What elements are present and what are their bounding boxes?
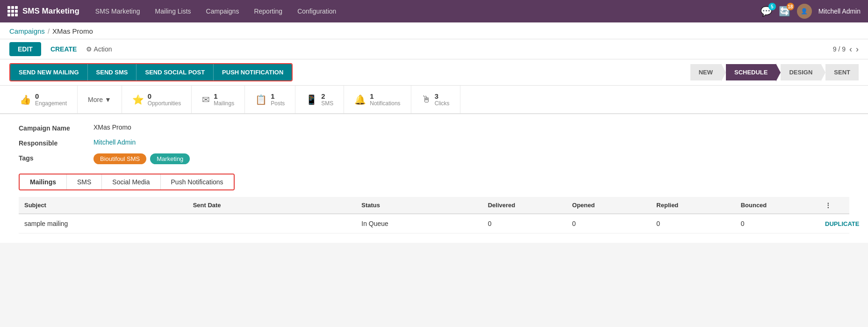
mailings-number: 1 bbox=[214, 92, 234, 100]
topnav-actions: 💬 5 🔄 18 👤 Mitchell Admin bbox=[760, 4, 861, 19]
opportunities-label: Opportunities bbox=[148, 100, 181, 107]
engagement-icon: 👍 bbox=[20, 94, 31, 105]
row-replied: 0 bbox=[656, 220, 740, 227]
tags-row: Tags Bioutifoul SMS Marketing bbox=[19, 153, 849, 164]
mailings-icon: ✉ bbox=[202, 94, 210, 105]
mailing-buttons-group: SEND NEW MAILING SEND SMS SEND SOCIAL PO… bbox=[9, 63, 293, 81]
create-button[interactable]: CREATE bbox=[47, 42, 81, 56]
tab-social-media[interactable]: Social Media bbox=[102, 174, 160, 189]
sms-icon: 📱 bbox=[306, 94, 317, 105]
menu-campaigns[interactable]: Campaigns bbox=[200, 5, 246, 18]
mailings-label: Mailings bbox=[214, 100, 234, 107]
app-logo[interactable]: SMS Marketing bbox=[7, 6, 79, 16]
breadcrumb-section: Campaigns / XMas Promo bbox=[0, 22, 868, 39]
more-label: More bbox=[88, 96, 103, 103]
stat-mailings[interactable]: ✉ 1 Mailings bbox=[192, 86, 245, 113]
top-menu: SMS Marketing Mailing Lists Campaigns Re… bbox=[89, 5, 760, 18]
stat-opportunities[interactable]: ⭐ 0 Opportunities bbox=[122, 86, 192, 113]
engagement-label: Engagement bbox=[35, 100, 67, 107]
engagement-number: 0 bbox=[35, 92, 67, 100]
send-new-mailing-button[interactable]: SEND NEW MAILING bbox=[10, 64, 88, 80]
stat-engagement[interactable]: 👍 0 Engagement bbox=[9, 86, 78, 113]
responsible-value[interactable]: Mitchell Admin bbox=[93, 138, 136, 146]
stage-schedule[interactable]: SCHEDULE bbox=[726, 64, 776, 80]
tabs-header: Mailings SMS Social Media Push Notificat… bbox=[19, 174, 235, 190]
row-subject[interactable]: sample mailing bbox=[24, 220, 193, 227]
col-actions-header: ⋮ bbox=[825, 202, 844, 209]
menu-configuration[interactable]: Configuration bbox=[291, 5, 343, 18]
col-subject: Subject bbox=[24, 202, 193, 209]
stage-new[interactable]: NEW bbox=[690, 64, 721, 80]
tab-mailings[interactable]: Mailings bbox=[20, 174, 67, 189]
stage-sent[interactable]: SENT bbox=[825, 64, 859, 80]
pagination-prev[interactable]: ‹ bbox=[849, 44, 852, 54]
col-replied: Replied bbox=[656, 202, 740, 209]
stat-more[interactable]: More ▼ bbox=[78, 86, 122, 113]
tabs-section: Mailings SMS Social Media Push Notificat… bbox=[19, 174, 849, 233]
col-opened: Opened bbox=[572, 202, 656, 209]
duplicate-button[interactable]: DUPLICATE bbox=[825, 220, 844, 227]
tab-push-notifications[interactable]: Push Notifications bbox=[161, 174, 234, 189]
messages-button[interactable]: 💬 5 bbox=[760, 6, 772, 17]
activity-badge: 18 bbox=[787, 3, 794, 10]
username[interactable]: Mitchell Admin bbox=[818, 7, 861, 15]
col-bounced: Bounced bbox=[741, 202, 825, 209]
send-sms-button[interactable]: SEND SMS bbox=[88, 64, 137, 80]
row-delivered: 0 bbox=[488, 220, 572, 227]
more-chevron-icon: ▼ bbox=[105, 96, 111, 103]
campaign-name-value: XMas Promo bbox=[93, 124, 131, 131]
responsible-label: Responsible bbox=[19, 138, 93, 147]
menu-mailing-lists[interactable]: Mailing Lists bbox=[149, 5, 198, 18]
opportunities-icon: ⭐ bbox=[132, 94, 144, 105]
notifications-number: 1 bbox=[370, 92, 400, 100]
activity-button[interactable]: 🔄 18 bbox=[779, 6, 790, 17]
stat-clicks[interactable]: 🖱 3 Clicks bbox=[411, 86, 460, 113]
top-navigation: SMS Marketing SMS Marketing Mailing List… bbox=[0, 0, 868, 22]
table-section: Subject Sent Date Status Delivered Opene… bbox=[19, 197, 849, 233]
tags-label: Tags bbox=[19, 153, 93, 162]
sms-number: 2 bbox=[321, 92, 333, 100]
message-badge: 5 bbox=[768, 3, 776, 10]
pagination-next[interactable]: › bbox=[856, 44, 859, 54]
stat-sms[interactable]: 📱 2 SMS bbox=[295, 86, 344, 113]
clicks-icon: 🖱 bbox=[422, 94, 431, 105]
tag-bioutifoul[interactable]: Bioutifoul SMS bbox=[93, 153, 146, 164]
push-notification-button[interactable]: PUSH NOTIFICATION bbox=[214, 64, 292, 80]
table-row: sample mailing In Queue 0 0 0 0 DUPLICAT… bbox=[19, 214, 849, 233]
stat-notifications[interactable]: 🔔 1 Notifications bbox=[344, 86, 411, 113]
pagination: 9 / 9 ‹ › bbox=[833, 44, 859, 54]
col-sent-date: Sent Date bbox=[193, 202, 362, 209]
action-menu[interactable]: ⚙ Action bbox=[86, 45, 112, 53]
avatar[interactable]: 👤 bbox=[797, 4, 812, 19]
table-header: Subject Sent Date Status Delivered Opene… bbox=[19, 197, 849, 214]
menu-sms-marketing[interactable]: SMS Marketing bbox=[89, 5, 147, 18]
breadcrumb: Campaigns / XMas Promo bbox=[9, 27, 859, 35]
send-social-post-button[interactable]: SEND SOCIAL POST bbox=[136, 64, 214, 80]
mailing-buttons-bar: SEND NEW MAILING SEND SMS SEND SOCIAL PO… bbox=[0, 59, 868, 86]
stat-posts[interactable]: 📋 1 Posts bbox=[245, 86, 295, 113]
stage-design[interactable]: DESIGN bbox=[781, 64, 821, 80]
edit-button[interactable]: EDIT bbox=[9, 42, 41, 56]
tab-sms[interactable]: SMS bbox=[67, 174, 102, 189]
breadcrumb-parent[interactable]: Campaigns bbox=[9, 27, 45, 35]
breadcrumb-separator: / bbox=[48, 27, 50, 35]
posts-number: 1 bbox=[271, 92, 285, 100]
row-status: In Queue bbox=[361, 220, 488, 227]
pagination-text: 9 / 9 bbox=[833, 45, 846, 53]
clicks-number: 3 bbox=[435, 92, 450, 100]
notifications-icon: 🔔 bbox=[354, 94, 366, 105]
col-status: Status bbox=[361, 202, 488, 209]
responsible-row: Responsible Mitchell Admin bbox=[19, 138, 849, 147]
row-bounced: 0 bbox=[741, 220, 825, 227]
breadcrumb-current: XMas Promo bbox=[52, 27, 93, 35]
row-opened: 0 bbox=[572, 220, 656, 227]
tags-list: Bioutifoul SMS Marketing bbox=[93, 153, 190, 164]
grid-icon bbox=[7, 6, 18, 16]
main-content: Campaign Name XMas Promo Responsible Mit… bbox=[0, 114, 868, 243]
stage-buttons: NEW SCHEDULE DESIGN SENT bbox=[690, 64, 859, 80]
campaign-name-label: Campaign Name bbox=[19, 124, 93, 132]
opportunities-number: 0 bbox=[148, 92, 181, 100]
tag-marketing[interactable]: Marketing bbox=[150, 153, 190, 164]
menu-reporting[interactable]: Reporting bbox=[247, 5, 289, 18]
clicks-label: Clicks bbox=[435, 100, 450, 107]
